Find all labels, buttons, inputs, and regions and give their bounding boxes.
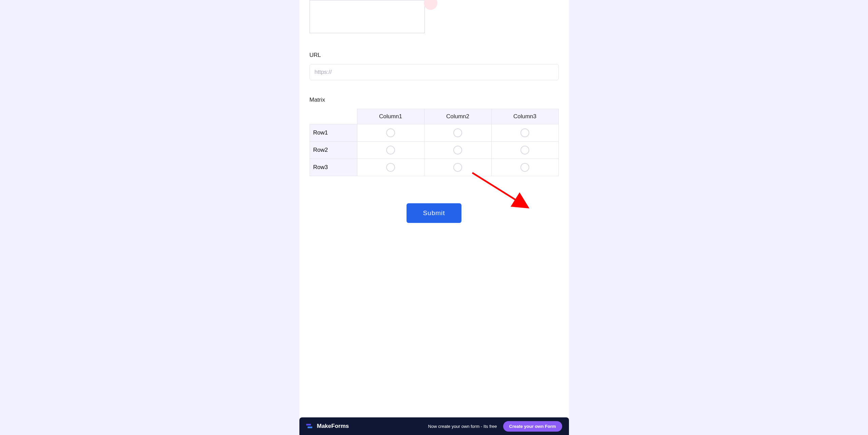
matrix-radio[interactable] [520,128,529,137]
footer-cta-button[interactable]: Create your own Form [503,421,562,432]
matrix-label: Matrix [310,97,559,103]
matrix-row-label: Row2 [310,142,357,159]
brand-icon [306,423,314,429]
matrix-radio[interactable] [386,146,395,154]
matrix-table: Column1 Column2 Column3 Row1 Row2 [310,109,559,176]
submit-button[interactable]: Submit [407,203,461,223]
brand-name: MakeForms [317,423,349,430]
matrix-radio[interactable] [453,163,462,172]
svg-rect-2 [306,424,311,426]
remove-icon[interactable] [424,0,437,10]
matrix-column-header: Column2 [424,109,491,124]
matrix-column-header: Column1 [357,109,424,124]
matrix-row: Row2 [310,142,558,159]
matrix-radio[interactable] [520,163,529,172]
image-placeholder [310,0,425,33]
svg-line-1 [472,173,527,207]
submit-wrapper: Submit [310,203,559,223]
footer-cta-text: Now create your own form - Its free [428,424,497,429]
svg-rect-3 [308,427,312,428]
matrix-radio[interactable] [386,163,395,172]
matrix-radio[interactable] [453,146,462,154]
matrix-radio[interactable] [520,146,529,154]
footer-bar: MakeForms Now create your own form - Its… [299,417,569,435]
matrix-radio[interactable] [453,128,462,137]
matrix-row: Row1 [310,124,558,142]
matrix-row: Row3 [310,159,558,176]
matrix-row-label: Row1 [310,124,357,142]
matrix-row-label: Row3 [310,159,357,176]
matrix-corner [310,109,357,124]
matrix-column-header: Column3 [491,109,558,124]
url-input[interactable] [310,64,559,80]
matrix-radio[interactable] [386,128,395,137]
url-label: URL [310,52,559,59]
form-container: URL Matrix Column1 Column2 Column3 Row1 [299,0,569,435]
